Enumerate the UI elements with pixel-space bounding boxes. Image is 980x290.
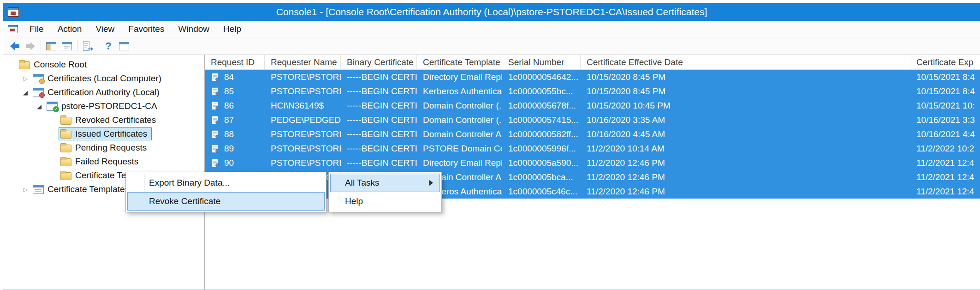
folder-icon — [60, 145, 71, 152]
menu-favorites[interactable]: Favorites — [121, 21, 171, 37]
tree-item-label: Certification Authority (Local) — [48, 87, 160, 97]
folder-icon — [19, 61, 30, 69]
column-header-certificate-template[interactable]: Certificate Template — [417, 55, 502, 69]
menu-file[interactable]: File — [23, 21, 51, 37]
cell-expiration-date: 10/16/2021 3:3 — [910, 113, 980, 127]
cell-binary-certificate: -----BEGIN CERTI... — [341, 141, 417, 156]
tree-expander-icon[interactable] — [34, 103, 45, 110]
cell-expiration-date: 11/2/2021 12:4 — [910, 156, 980, 170]
tree-expander-icon[interactable] — [20, 186, 31, 193]
tree-item-failed-requests[interactable]: Failed Requests — [3, 155, 204, 169]
certificates-snapin-icon — [33, 74, 44, 83]
submenu-item-export-binary-data[interactable]: Export Binary Data... — [127, 174, 325, 192]
cell-request-id: 90 — [205, 156, 265, 170]
tree-item-revoked-certificates[interactable]: Revoked Certificates — [3, 113, 204, 127]
column-header-binary-certificate[interactable]: Binary Certificate — [341, 55, 417, 69]
list-header: Request ID Requester Name Binary Certifi… — [205, 55, 980, 70]
forward-icon — [24, 40, 36, 52]
table-row[interactable]: 89 PSTORE\PSTORE... -----BEGIN CERTI... … — [205, 141, 980, 156]
back-icon — [9, 40, 21, 52]
cell-expiration-date: 10/16/2021 4:4 — [910, 127, 980, 141]
tree-item-label: pstore-PSTOREDC1-CA — [61, 101, 157, 111]
forward-button[interactable] — [23, 39, 38, 54]
column-header-label: Certificate Effective Date — [587, 57, 683, 67]
new-window-button[interactable] — [116, 39, 132, 54]
cell-expiration-date: 11/2/2022 10:2 — [910, 141, 980, 156]
properties-icon — [61, 40, 73, 52]
menu-view[interactable]: View — [89, 21, 121, 37]
menu-window[interactable]: Window — [171, 21, 216, 37]
tree-item-label: Issued Certificates — [75, 129, 147, 139]
tree-item-certificates-local-computer[interactable]: Certificates (Local Computer) — [3, 72, 204, 85]
tree-item-issued-certificates[interactable]: Issued Certificates — [3, 127, 204, 141]
toolbar-separator — [41, 40, 41, 52]
help-button[interactable]: ? — [101, 39, 116, 54]
cell-requester-name: PEDGE\PEDGEDC... — [265, 113, 341, 127]
column-header-requester-name[interactable]: Requester Name — [265, 55, 341, 69]
context-menu-item-all-tasks[interactable]: All Tasks — [330, 174, 440, 192]
cell-certificate-template: PSTORE Domain Cer... — [417, 141, 502, 156]
cell-effective-date: 11/2/2020 12:46 PM — [581, 184, 910, 199]
cell-binary-certificate: -----BEGIN CERTI... — [341, 70, 417, 84]
cell-requester-name: PSTORE\PSTORE... — [265, 84, 341, 98]
tree-item-pstore-pstoredc1-ca[interactable]: pstore-PSTOREDC1-CA — [3, 99, 204, 113]
tree-expander-icon[interactable] — [20, 89, 31, 96]
cell-serial-number: 1c00000057415... — [502, 113, 581, 127]
show-hide-console-tree-button[interactable] — [43, 39, 59, 54]
column-header-certificate-effective-date[interactable]: Certificate Effective Date — [581, 55, 910, 69]
cell-certificate-template: Domain Controller (... — [417, 113, 502, 127]
export-list-icon — [82, 40, 94, 52]
tree-item-label: Failed Requests — [75, 157, 138, 167]
context-menu-item-help[interactable]: Help — [330, 192, 440, 211]
cell-certificate-template: Kerberos Authenticat... — [417, 84, 502, 98]
cell-request-id: 87 — [205, 113, 265, 127]
column-header-label: Requester Name — [271, 57, 337, 67]
mmc-console-window: Console1 - [Console Root\Certification A… — [3, 3, 980, 290]
cell-request-id: 86 — [205, 98, 265, 113]
window-title: Console1 - [Console Root\Certification A… — [3, 6, 980, 18]
tree-item-pending-requests[interactable]: Pending Requests — [3, 141, 204, 155]
cell-request-id: 88 — [205, 127, 265, 141]
mmc-control-menu-icon[interactable] — [8, 25, 18, 33]
export-list-button[interactable] — [80, 39, 95, 54]
cell-effective-date: 11/2/2020 10:14 AM — [581, 141, 910, 156]
tree-item-console-root[interactable]: Console Root — [3, 58, 204, 72]
table-row[interactable]: 88 PSTORE\PSTORE... -----BEGIN CERTI... … — [205, 127, 980, 141]
certificate-icon — [211, 130, 220, 139]
table-row[interactable]: 87 PEDGE\PEDGEDC... -----BEGIN CERTI... … — [205, 113, 980, 127]
menu-help[interactable]: Help — [216, 21, 248, 37]
certificate-icon — [211, 72, 220, 82]
menu-action[interactable]: Action — [51, 21, 89, 37]
all-tasks-submenu: Export Binary Data... Revoke Certificate — [125, 172, 327, 212]
table-row[interactable]: 90 PSTORE\PSTORE... -----BEGIN CERTI... … — [205, 156, 980, 170]
cell-requester-name: PSTORE\PSTORE... — [265, 70, 341, 84]
column-header-request-id[interactable]: Request ID — [205, 55, 265, 69]
cell-certificate-template: Directory Email Repli... — [417, 70, 502, 84]
cell-effective-date: 10/15/2020 10:45 PM — [581, 98, 910, 113]
cell-binary-certificate: -----BEGIN CERTI... — [341, 98, 417, 113]
toolbar-separator — [77, 40, 77, 52]
column-header-certificate-exp[interactable]: Certificate Exp — [910, 55, 980, 69]
table-row[interactable]: 86 HCI\N36149$ -----BEGIN CERTI... Domai… — [205, 98, 980, 113]
table-row[interactable]: 84 PSTORE\PSTORE... -----BEGIN CERTI... … — [205, 70, 980, 84]
cell-serial-number: 1c0000005bca... — [502, 170, 581, 184]
tree-item-label: Certificates (Local Computer) — [48, 73, 161, 84]
submenu-arrow-icon — [429, 180, 433, 186]
cell-serial-number: 1c00000054642... — [502, 70, 581, 84]
table-row[interactable]: 85 PSTORE\PSTORE... -----BEGIN CERTI... … — [205, 84, 980, 98]
cell-serial-number: 1c0000005a590... — [502, 156, 581, 170]
cell-serial-number: 1c00000055bc... — [502, 84, 581, 98]
submenu-item-revoke-certificate[interactable]: Revoke Certificate — [127, 192, 325, 211]
cell-requester-name: HCI\N36149$ — [265, 98, 341, 113]
cell-serial-number: 1c0000005678f... — [502, 98, 581, 113]
toolbar: ? — [3, 37, 980, 55]
cell-request-id: 89 — [205, 141, 265, 156]
cell-effective-date: 11/2/2020 12:46 PM — [581, 170, 910, 184]
tree-item-certification-authority-local[interactable]: Certification Authority (Local) — [3, 85, 204, 99]
folder-icon — [60, 158, 71, 166]
column-header-serial-number[interactable]: Serial Number — [502, 55, 581, 69]
back-button[interactable] — [7, 39, 23, 54]
properties-button[interactable] — [59, 39, 75, 54]
toolbar-separator — [98, 40, 98, 52]
tree-expander-icon[interactable] — [20, 75, 31, 82]
